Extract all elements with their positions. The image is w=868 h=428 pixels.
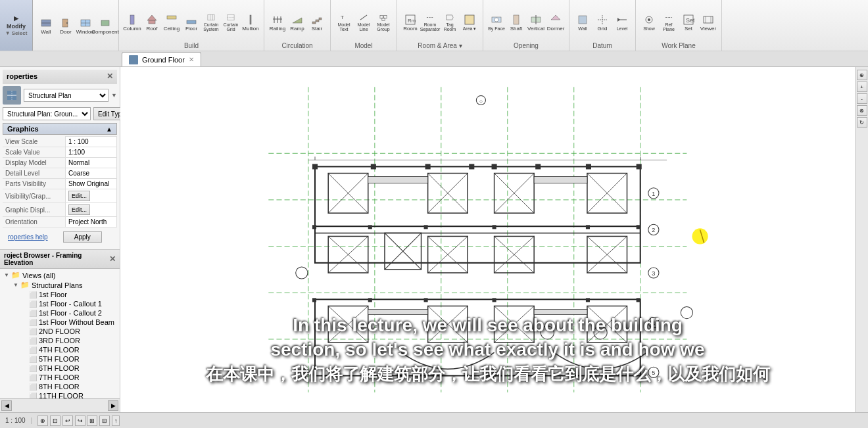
viewer-tool[interactable]: Viewer	[699, 13, 717, 32]
tree-item-1st-floor-callout2[interactable]: ⬜ 1st Floor - Callout 2	[20, 308, 118, 318]
svg-rect-43	[579, 16, 587, 24]
prop-view-scale-value[interactable]	[65, 137, 116, 147]
tag-room-tool[interactable]: Tag Room	[441, 13, 459, 32]
tree-item-6th-floor[interactable]: ⬜ 6TH FLOOR	[20, 364, 118, 373]
wall-tool[interactable]: Wall	[37, 17, 55, 36]
prop-display-model-val[interactable]: Normal	[65, 158, 116, 168]
tab-close-button[interactable]: ✕	[189, 56, 194, 63]
svg-text:2: 2	[652, 227, 655, 233]
tree-item-1st-floor-nobeam[interactable]: ⬜ 1st Floor Without Beam	[20, 318, 118, 327]
model-group-tool[interactable]: Model Group	[374, 13, 393, 32]
properties-section: roperties ✕ Structural Plan ▼ Structural…	[0, 67, 120, 250]
tree-item-1st-floor-callout1[interactable]: ⬜ 1st Floor - Callout 1	[20, 299, 118, 308]
svg-rect-125	[424, 225, 428, 229]
tree-item-2nd-floor[interactable]: ⬜ 2ND FLOOR	[20, 327, 118, 336]
graphics-collapse[interactable]: ▲	[106, 126, 112, 133]
tab-ground-floor[interactable]: Ground Floor ✕	[122, 52, 201, 66]
status-arrow[interactable]: ↑	[112, 416, 120, 426]
tree-item-4th-floor[interactable]: ⬜ 4TH FLOOR	[20, 345, 118, 354]
curtain-system-tool[interactable]: Curtain System	[202, 13, 220, 32]
tree-item-3rd-floor[interactable]: ⬜ 3RD FLOOR	[20, 336, 118, 345]
status-redo[interactable]: ↪	[75, 416, 85, 426]
model-line-tool[interactable]: Model Line	[354, 13, 373, 32]
prop-orientation-key: Orientation	[3, 217, 65, 227]
model-text-tool[interactable]: T Model Text	[335, 13, 353, 32]
toolbar-group-datum: Wall Grid Level Datum	[569, 0, 636, 51]
stair-tool[interactable]: Stair	[308, 13, 326, 32]
prop-type-row: Structural Plan ▼	[3, 83, 117, 105]
status-zoom-fit[interactable]: ⊕	[37, 416, 48, 426]
tree-views-all[interactable]: ▼ 📁 Views (all)	[1, 270, 118, 280]
scroll-right-button[interactable]: ▶	[108, 400, 118, 411]
properties-help-link[interactable]: roperties help	[5, 232, 51, 242]
zoom-fit-button[interactable]: ⊕	[857, 70, 867, 80]
prop-type-select[interactable]: Structural Plan	[24, 89, 108, 102]
floor-tool[interactable]: Floor	[182, 13, 201, 32]
column-tool[interactable]: Column	[123, 13, 141, 32]
status-collapse[interactable]: ⊟	[99, 416, 110, 426]
railing-tool[interactable]: Railing	[268, 13, 287, 32]
graphic-disp-edit-button[interactable]: Edit...	[68, 204, 90, 215]
status-undo[interactable]: ↩	[62, 416, 73, 426]
shaft-tool[interactable]: Shaft	[507, 13, 525, 32]
browser-header: roject Browser - Framing Elevation ✕	[0, 250, 120, 269]
svg-rect-26	[319, 18, 322, 20]
prop-detail-level-val[interactable]: Coarse	[65, 168, 116, 179]
mullion-tool[interactable]: Mullion	[241, 13, 260, 32]
apply-button[interactable]: Apply	[63, 231, 102, 243]
datum-wall-tool[interactable]: Wall	[573, 13, 592, 32]
tree-item-1st-floor[interactable]: ⬜ 1st Floor	[20, 290, 118, 299]
door-tool[interactable]: Door	[57, 17, 75, 36]
prop-parts-visibility-val[interactable]: Show Original	[65, 179, 116, 189]
dormer-tool[interactable]: Dormer	[546, 13, 565, 32]
pan-button[interactable]: ⊗	[857, 105, 867, 116]
prop-scale-value-key: Scale Value	[3, 147, 65, 158]
area-tool[interactable]: Area ▾	[460, 13, 479, 32]
roof-tool[interactable]: Roof	[143, 13, 161, 32]
properties-close-button[interactable]: ✕	[107, 72, 113, 81]
prop-visibility-val[interactable]: Edit...	[65, 189, 116, 203]
browser-close-button[interactable]: ✕	[109, 254, 116, 264]
room-tool[interactable]: Rm Room	[401, 13, 420, 32]
level-tool[interactable]: Level	[613, 13, 631, 32]
prop-graphic-disp-val[interactable]: Edit...	[65, 203, 116, 217]
rotate-button[interactable]: ↻	[857, 117, 867, 128]
tree-item-8th-floor[interactable]: ⬜ 8TH FLOOR	[20, 382, 118, 391]
show-tool[interactable]: Show	[640, 13, 658, 32]
view-scale-input[interactable]	[68, 138, 114, 145]
zoom-in-button[interactable]: +	[857, 82, 867, 92]
toolbar-group-room-area: Rm Room Room Separator Tag Room Area ▾ R…	[397, 0, 483, 51]
vertical-tool[interactable]: Vertical	[527, 13, 545, 32]
ceiling-tool[interactable]: Ceiling	[162, 13, 181, 32]
zoom-out-button[interactable]: -	[857, 93, 867, 104]
svg-marker-9	[147, 15, 157, 20]
tree-structural-plans[interactable]: ▼ 📁 Structural Plans	[11, 280, 118, 290]
tree-label-1st-nobeam: 1st Floor Without Beam	[39, 318, 114, 326]
set-tool[interactable]: Set Set	[679, 13, 698, 32]
tree-item-7th-floor[interactable]: ⬜ 7TH FLOOR	[20, 373, 118, 382]
tree-item-11th-floor[interactable]: ⬜ 11TH FLOOR	[20, 391, 118, 398]
tree-item-5th-floor[interactable]: ⬜ 5TH FLOOR	[20, 354, 118, 364]
grid-tool[interactable]: Grid	[593, 13, 612, 32]
prop-scale-value-row: Scale Value 1:100	[3, 147, 117, 158]
visibility-edit-button[interactable]: Edit...	[68, 191, 90, 201]
modify-tool[interactable]: ▶ Modify ▼ Select	[0, 0, 33, 51]
prop-view-select[interactable]: Structural Plan: Groun...	[3, 107, 91, 120]
scroll-left-button[interactable]: ◀	[1, 400, 12, 411]
prop-type-icon	[3, 86, 21, 105]
prop-parts-visibility-row: Parts Visibility Show Original	[3, 179, 117, 189]
ref-plane-tool[interactable]: Ref Plane	[660, 13, 678, 32]
curtain-grid-tool[interactable]: Curtain Grid	[222, 13, 240, 32]
left-panel: roperties ✕ Structural Plan ▼ Structural…	[0, 67, 120, 412]
by-face-tool[interactable]: By Face	[487, 13, 506, 32]
tree-label-5th: 5TH FLOOR	[39, 355, 80, 363]
room-separator-tool[interactable]: Room Separator	[421, 13, 439, 32]
prop-orientation-val[interactable]: Project North	[65, 217, 116, 227]
ramp-tool[interactable]: Ramp	[288, 13, 306, 32]
canvas-area[interactable]: 1 2 3 4 5 ○	[120, 67, 855, 412]
status-expand[interactable]: ⊞	[87, 416, 97, 426]
browser-tree[interactable]: ▼ 📁 Views (all) ▼ 📁 Structural Plans ⬜ 1…	[0, 269, 120, 398]
status-bar: 1 : 100 | ⊕ ⊡ ↩ ↪ ⊞ ⊟ ↑	[0, 412, 868, 428]
component-tool[interactable]: Component	[96, 17, 114, 36]
status-zoom-obj[interactable]: ⊡	[50, 416, 60, 426]
